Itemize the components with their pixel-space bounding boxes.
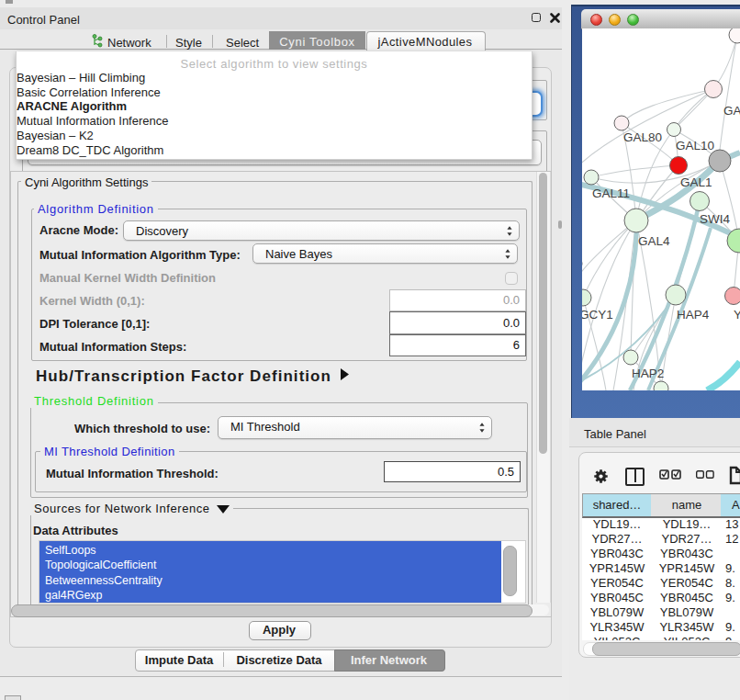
svg-text:SWI4: SWI4	[700, 212, 730, 226]
svg-text:GAL10: GAL10	[676, 139, 714, 152]
svg-text:Y: Y	[734, 308, 740, 322]
svg-text:HAP4: HAP4	[677, 308, 710, 322]
svg-text:GCY1: GCY1	[582, 308, 613, 322]
svg-text:HAP2: HAP2	[632, 367, 664, 380]
svg-text:GAL4: GAL4	[638, 234, 670, 248]
svg-text:GAL80: GAL80	[623, 130, 662, 144]
svg-text:GAL11: GAL11	[592, 186, 630, 200]
svg-text:GAL2: GAL2	[723, 104, 740, 118]
svg-text:GAL1: GAL1	[680, 175, 712, 189]
